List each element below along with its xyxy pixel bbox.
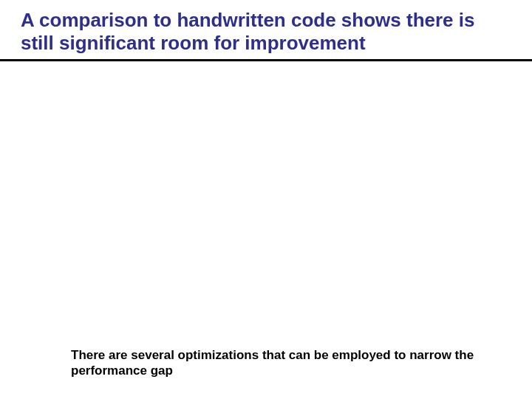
title-underline: [0, 59, 532, 61]
slide-title: A comparison to handwritten code shows t…: [21, 9, 508, 55]
slide-body-text: There are several optimizations that can…: [71, 347, 485, 379]
slide: A comparison to handwritten code shows t…: [0, 0, 532, 399]
